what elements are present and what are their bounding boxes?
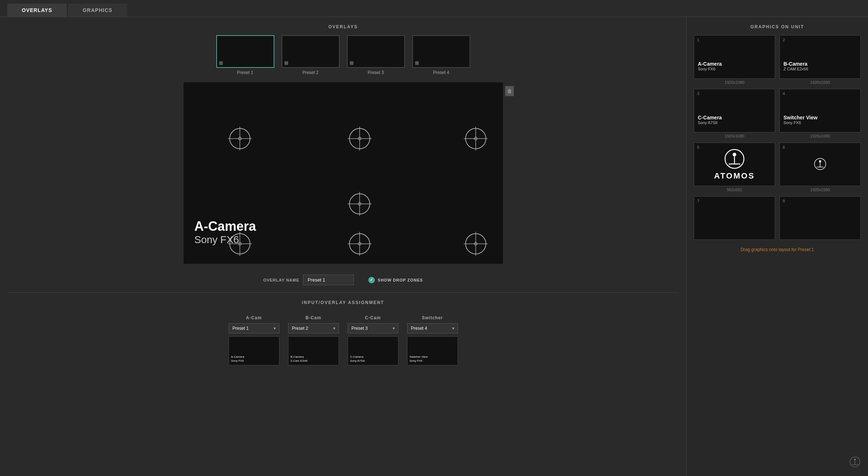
show-drop-zones-toggle[interactable]: SHOW DROP ZONES <box>368 277 423 283</box>
atomos-logo-text: ATOMOS <box>714 171 755 181</box>
acam-preview: A-Camera Sony FX6 <box>229 336 279 365</box>
graphics-title: GRAPHICS ON UNIT <box>694 24 861 29</box>
svg-point-33 <box>819 160 821 162</box>
graphic-thumb-5[interactable]: 5 ATOMOS <box>694 143 775 186</box>
preset-4-label: Preset 4 <box>433 70 449 75</box>
preset-3-indicator <box>350 61 353 65</box>
preview-cam-model: Sony FX6 <box>195 234 256 246</box>
graphic-thumb-1[interactable]: 1 A-Camera Sony FX6 <box>694 35 775 79</box>
graphic-size-6: 1920x1080 <box>779 188 861 192</box>
bcam-preview: B-Camera Z-Cam E2H6 <box>288 336 339 365</box>
overlay-name-input[interactable] <box>303 275 354 285</box>
overlay-controls: OVERLAY NAME SHOW DROP ZONES <box>7 275 679 285</box>
bcam-preview-text: B-Camera Z-Cam E2H6 <box>291 355 308 363</box>
input-assignment: INPUT/OVERLAY ASSIGNMENT A-Cam Preset 1 … <box>7 300 679 365</box>
preset-1-thumb[interactable] <box>216 35 274 68</box>
graphic-item-5: 5 ATOMOS 562x502 <box>694 143 775 192</box>
graphic-size-3: 1920x1080 <box>694 134 775 138</box>
overlays-title: OVERLAYS <box>328 24 358 29</box>
graphic-cam-label-1: A-Camera Sony FX6 <box>698 61 722 71</box>
preset-3-container: Preset 3 <box>347 35 405 75</box>
crosshair-top-left <box>227 126 253 151</box>
acam-label: A-Cam <box>246 315 262 320</box>
preset-2-thumb[interactable] <box>282 35 340 68</box>
acam-select-wrapper: Preset 1 Preset 2 Preset 3 Preset 4 <box>229 323 279 333</box>
preset-thumbnails: Preset 1 Preset 2 Preset 3 <box>216 35 470 75</box>
graphics-grid: 1 A-Camera Sony FX6 1920x1080 2 B-Camera… <box>694 35 861 241</box>
crosshair-top-right <box>463 126 488 151</box>
ccam-preview-text: C-Camera Sony A7Siii <box>350 355 365 363</box>
divider <box>7 292 679 293</box>
bcam-label: B-Cam <box>306 315 322 320</box>
graphic-size-4: 1920x1080 <box>779 134 861 138</box>
preset-4-thumb[interactable] <box>412 35 470 68</box>
assignment-col-ccam: C-Cam Preset 1 Preset 2 Preset 3 Preset … <box>348 315 398 365</box>
ccam-preview: C-Camera Sony A7Siii <box>348 336 398 365</box>
svg-point-37 <box>854 459 856 460</box>
atomos-bottom-logo <box>849 456 861 469</box>
graphic-item-3: 3 C-Camera Sony A7SII 1920x1080 <box>694 89 775 138</box>
bcam-select-wrapper: Preset 1 Preset 2 Preset 3 Preset 4 <box>288 323 339 333</box>
tab-graphics[interactable]: GRAPHICS <box>68 4 127 17</box>
graphic-number-8: 8 <box>783 199 785 203</box>
crosshair-bottom-right <box>463 231 488 257</box>
graphic-item-6: 6 1920x1080 <box>779 143 861 192</box>
graphic-size-5: 562x502 <box>694 188 775 192</box>
graphic-number-7: 7 <box>697 199 699 203</box>
ccam-label: C-Cam <box>365 315 381 320</box>
acam-preview-text: A-Camera Sony FX6 <box>231 355 244 363</box>
graphic-item-2: 2 B-Camera Z CAM E2•S6 1920x1080 <box>779 35 861 85</box>
tab-overlays[interactable]: OVERLAYS <box>7 4 67 17</box>
preset-4-container: Preset 4 <box>412 35 470 75</box>
crosshair-center <box>347 191 372 217</box>
graphic-number-3: 3 <box>697 91 699 96</box>
switcher-select-wrapper: Preset 1 Preset 2 Preset 3 Preset 4 <box>407 323 458 333</box>
graphic-thumb-7[interactable]: 7 <box>694 196 775 240</box>
graphic-number-1: 1 <box>697 38 699 42</box>
graphic-thumb-2[interactable]: 2 B-Camera Z CAM E2•S6 <box>779 35 861 79</box>
preset-2-label: Preset 2 <box>302 70 319 75</box>
assignment-grid: A-Cam Preset 1 Preset 2 Preset 3 Preset … <box>229 315 458 365</box>
graphic-thumb-6[interactable]: 6 <box>779 143 861 186</box>
preset-3-thumb[interactable] <box>347 35 405 68</box>
graphic-number-2: 2 <box>783 38 785 42</box>
bcam-select[interactable]: Preset 1 Preset 2 Preset 3 Preset 4 <box>288 323 339 333</box>
preset-1-container: Preset 1 <box>216 35 274 75</box>
atomos-logo-large: ATOMOS <box>714 148 755 181</box>
graphic-switcher-label-4: Switcher View Sony FX6 <box>783 115 818 125</box>
graphic-number-6: 6 <box>783 145 785 149</box>
atomos-logo-small <box>814 157 827 172</box>
graphic-size-2: 1920x1080 <box>779 80 861 85</box>
crosshair-top-center <box>347 126 372 151</box>
preset-1-label: Preset 1 <box>237 70 253 75</box>
main-content: OVERLAYS Preset 1 Preset 2 <box>0 17 868 476</box>
graphic-thumb-4[interactable]: 4 Switcher View Sony FX6 <box>779 89 861 132</box>
graphic-number-4: 4 <box>783 91 785 96</box>
preview-canvas: A-Camera Sony FX6 🗑 <box>184 82 503 264</box>
switcher-preview: Switcher View Sony FX6 <box>407 336 458 365</box>
preset-2-indicator <box>284 61 288 65</box>
switcher-select[interactable]: Preset 1 Preset 2 Preset 3 Preset 4 <box>407 323 458 333</box>
graphic-thumb-3[interactable]: 3 C-Camera Sony A7SII <box>694 89 775 132</box>
crosshair-bottom-center <box>347 231 372 257</box>
assignment-col-bcam: B-Cam Preset 1 Preset 2 Preset 3 Preset … <box>288 315 339 365</box>
acam-select[interactable]: Preset 1 Preset 2 Preset 3 Preset 4 <box>229 323 279 333</box>
ccam-select-wrapper: Preset 1 Preset 2 Preset 3 Preset 4 <box>348 323 398 333</box>
graphic-number-5: 5 <box>697 145 699 149</box>
ccam-select[interactable]: Preset 1 Preset 2 Preset 3 Preset 4 <box>348 323 398 333</box>
assignment-title: INPUT/OVERLAY ASSIGNMENT <box>302 300 384 305</box>
graphic-cam-label-2: B-Camera Z CAM E2•S6 <box>783 61 808 71</box>
graphic-thumb-8[interactable]: 8 <box>779 196 861 240</box>
switcher-label: Switcher <box>422 315 443 320</box>
show-drop-zones-label: SHOW DROP ZONES <box>378 278 423 282</box>
delete-icon[interactable]: 🗑 <box>505 86 514 96</box>
assignment-col-acam: A-Cam Preset 1 Preset 2 Preset 3 Preset … <box>229 315 279 365</box>
graphic-item-4: 4 Switcher View Sony FX6 1920x1080 <box>779 89 861 138</box>
graphic-item-8: 8 <box>779 196 861 241</box>
svg-point-29 <box>733 153 736 156</box>
graphic-cam-label-3: C-Camera Sony A7SII <box>698 115 722 125</box>
preview-camera-label: A-Camera Sony FX6 <box>195 219 256 246</box>
tab-bar: OVERLAYS GRAPHICS <box>0 0 868 17</box>
graphic-size-1: 1920x1080 <box>694 80 775 85</box>
show-drop-zones-indicator <box>368 277 375 283</box>
